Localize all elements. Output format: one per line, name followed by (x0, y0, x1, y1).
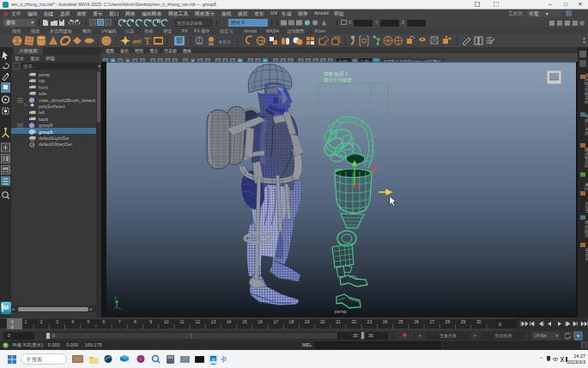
svg-text:11: 11 (179, 319, 184, 324)
svg-text:group6: group6 (39, 130, 53, 135)
svg-text:0: 0 (11, 324, 14, 329)
svg-text:front: front (39, 85, 48, 90)
svg-text:27: 27 (429, 319, 434, 324)
svg-text:persp: persp (39, 72, 50, 77)
svg-text:defaultObjectSet: defaultObjectSet (39, 142, 73, 147)
svg-text:Arnold: Arnold (585, 248, 588, 261)
svg-text:调整:贴置 X: 调整:贴置 X (323, 71, 349, 77)
svg-text:?: ? (4, 343, 7, 348)
svg-text:7: 7 (118, 319, 121, 324)
svg-text:6: 6 (103, 319, 106, 324)
svg-text:back: back (39, 117, 49, 122)
svg-text:persp: persp (335, 309, 347, 314)
svg-text:8: 8 (134, 319, 136, 324)
svg-text:M: M (212, 357, 215, 362)
svg-text:5: 5 (87, 319, 89, 324)
svg-text:18: 18 (289, 319, 294, 324)
svg-text:24: 24 (383, 319, 388, 324)
svg-text:9: 9 (149, 319, 152, 324)
svg-text:26: 26 (414, 319, 419, 324)
svg-text:属性编辑器: 属性编辑器 (585, 147, 588, 168)
svg-text:13: 13 (211, 319, 216, 324)
svg-text:left: left (39, 110, 45, 115)
svg-text:22: 22 (351, 319, 356, 324)
svg-text:17: 17 (273, 319, 278, 324)
svg-text:16: 16 (258, 319, 263, 324)
svg-text:23: 23 (367, 319, 373, 324)
svg-text:polySurface1: polySurface1 (39, 104, 65, 109)
svg-text:XGen: XGen (585, 202, 588, 213)
svg-text:19: 19 (305, 319, 310, 324)
svg-text:29: 29 (461, 319, 466, 324)
svg-text:defaultLightSet: defaultLightSet (39, 136, 70, 141)
svg-text:30: 30 (476, 319, 482, 324)
svg-text:4: 4 (71, 319, 74, 324)
svg-text:2: 2 (40, 319, 43, 324)
svg-text:12: 12 (195, 319, 200, 324)
svg-text:0: 0 (499, 322, 501, 327)
svg-text:side: side (39, 91, 47, 96)
svg-text:25: 25 (398, 319, 403, 324)
svg-text:10: 10 (164, 319, 169, 324)
svg-text:20: 20 (320, 319, 325, 324)
svg-text:top: top (39, 78, 45, 83)
svg-text:male_zbrush2Brush_default_grou: male_zbrush2Brush_default_group (39, 98, 101, 103)
svg-text:14: 14 (227, 319, 232, 324)
svg-text:15: 15 (242, 319, 247, 324)
svg-text:1: 1 (25, 319, 27, 324)
svg-text:28: 28 (446, 319, 451, 324)
svg-text:group5: group5 (39, 123, 53, 128)
svg-text:按住大写锁定: 按住大写锁定 (324, 77, 353, 83)
svg-text:T: T (144, 35, 151, 47)
svg-text:21: 21 (336, 319, 341, 324)
svg-text:3: 3 (56, 319, 58, 324)
svg-text:4.0.0: 4.0.0 (219, 39, 231, 45)
